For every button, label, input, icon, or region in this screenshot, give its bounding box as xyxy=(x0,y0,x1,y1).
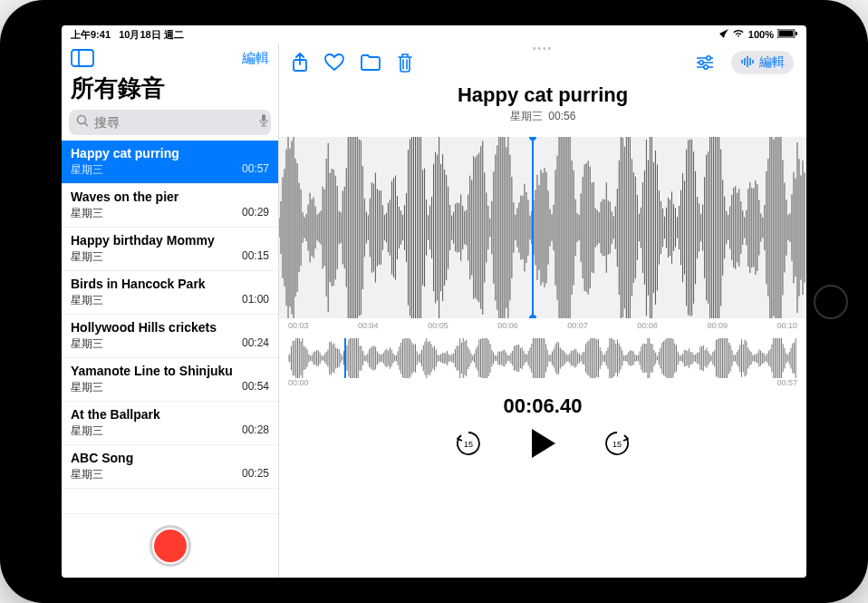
recording-subtitle: 星期三 00:56 xyxy=(279,109,806,124)
ruler-tick: 00:05 xyxy=(428,321,448,330)
svg-point-14 xyxy=(699,61,703,64)
ruler-tick: 00:06 xyxy=(497,321,518,330)
recording-item-duration: 00:24 xyxy=(242,336,269,352)
wifi-icon xyxy=(732,29,745,40)
home-button[interactable] xyxy=(814,285,848,319)
recording-item-day: 星期三 xyxy=(71,162,103,178)
recording-item[interactable]: Yamanote Line to Shinjuku星期三00:54 xyxy=(62,358,278,402)
folder-icon[interactable] xyxy=(361,54,381,71)
favorite-icon[interactable] xyxy=(324,53,344,72)
drag-handle-icon[interactable]: •••• xyxy=(533,44,553,53)
sidebar-toggle-icon[interactable] xyxy=(71,49,94,67)
recording-item[interactable]: At the Ballpark星期三00:28 xyxy=(62,402,278,445)
edit-waveform-label: 編輯 xyxy=(759,54,785,71)
svg-rect-2 xyxy=(796,32,797,35)
recording-item-duration: 01:00 xyxy=(242,293,269,308)
ruler-tick: 00:03 xyxy=(288,321,309,330)
ruler-tick: 00:07 xyxy=(567,321,588,330)
recording-item-title: ABC Song xyxy=(71,451,269,465)
recording-item-title: Waves on the pier xyxy=(71,190,269,204)
time-ruler: 00:0300:0400:0500:0600:0700:0800:0900:10 xyxy=(279,318,806,333)
recording-item-duration: 00:28 xyxy=(242,423,269,439)
record-button[interactable] xyxy=(149,525,191,567)
sidebar-title: 所有錄音 xyxy=(62,73,278,110)
recording-item-day: 星期三 xyxy=(71,249,103,265)
search-icon xyxy=(76,114,89,131)
recording-item-day: 星期三 xyxy=(71,380,103,395)
svg-point-12 xyxy=(707,56,710,60)
search-input[interactable] xyxy=(94,115,253,130)
status-time: 上午9:41 xyxy=(71,29,111,40)
recording-item-duration: 00:15 xyxy=(242,249,269,265)
timecode: 00:06.40 xyxy=(279,394,806,418)
recording-item-duration: 00:57 xyxy=(242,162,269,178)
skip-back-button[interactable]: 15 xyxy=(454,429,483,462)
skip-forward-button[interactable]: 15 xyxy=(603,429,632,462)
waveform-overview[interactable] xyxy=(288,338,797,378)
svg-line-6 xyxy=(85,123,89,127)
recording-item[interactable]: Waves on the pier星期三00:29 xyxy=(62,184,278,228)
mic-icon[interactable] xyxy=(258,113,269,131)
share-icon[interactable] xyxy=(292,53,308,73)
recording-item-day: 星期三 xyxy=(71,467,103,482)
recording-item-day: 星期三 xyxy=(71,423,103,439)
trash-icon[interactable] xyxy=(397,53,413,73)
recording-item-title: Hollywood Hills crickets xyxy=(71,320,269,335)
battery-percent: 100% xyxy=(748,29,774,40)
recording-item-title: Happy birthday Mommy xyxy=(71,233,269,248)
recording-item[interactable]: Hollywood Hills crickets星期三00:24 xyxy=(62,315,278,358)
ruler-tick: 00:10 xyxy=(776,321,797,330)
recording-item-day: 星期三 xyxy=(71,206,103,221)
edit-list-button[interactable]: 編輯 xyxy=(242,50,269,67)
recording-item-day: 星期三 xyxy=(71,336,103,352)
waveform-icon xyxy=(740,55,755,70)
recording-item-title: At the Ballpark xyxy=(71,407,269,422)
recording-item-title: Yamanote Line to Shinjuku xyxy=(71,364,269,378)
location-icon xyxy=(719,29,728,40)
overview-end: 00:57 xyxy=(776,378,797,387)
svg-rect-3 xyxy=(72,50,93,66)
ruler-tick: 00:04 xyxy=(358,321,379,330)
recordings-list: Happy cat purring星期三00:57Waves on the pi… xyxy=(62,141,278,513)
svg-point-5 xyxy=(78,116,86,124)
recording-item-duration: 00:29 xyxy=(242,206,269,221)
sidebar: 編輯 所有錄音 Happy cat purring星期三00:57Waves o… xyxy=(62,44,279,578)
play-button[interactable] xyxy=(528,427,557,463)
main-panel: •••• xyxy=(279,44,806,578)
playhead[interactable] xyxy=(532,137,534,318)
svg-text:15: 15 xyxy=(464,440,473,449)
svg-text:15: 15 xyxy=(612,440,622,449)
overview-start: 00:00 xyxy=(288,378,309,387)
recording-item[interactable]: Happy cat purring星期三00:57 xyxy=(62,141,278,184)
svg-rect-1 xyxy=(779,31,794,37)
svg-point-16 xyxy=(704,65,708,69)
recording-item-title: Happy cat purring xyxy=(71,146,269,160)
recording-item-day: 星期三 xyxy=(71,293,103,308)
edit-waveform-button[interactable]: 編輯 xyxy=(731,51,794,74)
status-bar: 上午9:41 10月18日 週二 100% xyxy=(62,25,806,44)
svg-rect-7 xyxy=(262,114,265,122)
overview-playhead[interactable] xyxy=(344,338,346,378)
ruler-tick: 00:09 xyxy=(707,321,728,330)
recording-item-duration: 00:25 xyxy=(242,467,269,482)
recording-item[interactable]: ABC Song星期三00:25 xyxy=(62,445,278,489)
recording-item[interactable]: Happy birthday Mommy星期三00:15 xyxy=(62,228,278,271)
settings-sliders-icon[interactable] xyxy=(695,54,715,71)
battery-icon xyxy=(777,29,797,40)
recording-item-duration: 00:54 xyxy=(242,380,269,395)
recording-title: Happy cat purring xyxy=(279,83,806,107)
waveform-zoomed[interactable] xyxy=(279,137,806,318)
recording-item[interactable]: Birds in Hancock Park星期三01:00 xyxy=(62,271,278,315)
recording-item-title: Birds in Hancock Park xyxy=(71,277,269,291)
search-field[interactable] xyxy=(69,110,271,135)
ruler-tick: 00:08 xyxy=(637,321,658,330)
status-date: 10月18日 週二 xyxy=(119,29,184,40)
